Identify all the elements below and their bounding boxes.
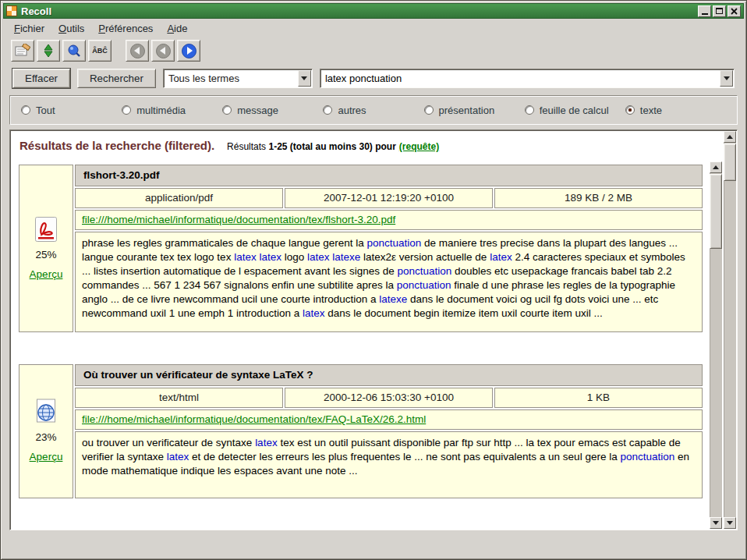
scroll-down-button[interactable] <box>710 517 722 529</box>
filter-label: multimédia <box>136 105 186 116</box>
sort-icon <box>42 44 55 58</box>
html-file-icon <box>34 399 58 425</box>
results-list-scrollbar[interactable] <box>710 161 722 529</box>
scroll-down-button[interactable] <box>724 517 736 529</box>
clear-search-button[interactable] <box>11 40 34 62</box>
filter-label: message <box>237 105 278 116</box>
sort-button[interactable] <box>37 40 60 62</box>
menu-outils[interactable]: Outils <box>52 20 90 37</box>
filter-label: Tout <box>36 105 55 116</box>
search-mode-select[interactable]: Tous les termes <box>163 69 313 88</box>
radio-icon[interactable] <box>625 105 635 115</box>
radio-icon[interactable] <box>21 105 30 115</box>
minimize-icon <box>702 13 708 15</box>
search-row: Effacer Rechercher Tous les termes <box>3 64 744 92</box>
scroll-up-button[interactable] <box>724 131 736 143</box>
filter-label: texte <box>640 105 662 116</box>
previous-page-icon <box>156 44 171 58</box>
filter-panel: Tout multimédia message autres présentat… <box>9 95 738 125</box>
result-title: Où trouver un vérificateur de syntaxe La… <box>75 364 703 386</box>
filter-autres[interactable]: autres <box>323 105 423 116</box>
filter-multimedia[interactable]: multimédia <box>122 105 222 116</box>
radio-icon[interactable] <box>424 105 434 115</box>
scroll-down-icon <box>713 521 719 525</box>
search-tool-button[interactable] <box>62 40 86 62</box>
relevance-percent: 25% <box>35 248 56 262</box>
results-list: Résultats de la recherche (filtered).Rés… <box>11 131 707 529</box>
result-meta-row: application/pdf 2007-12-01 12:19:20 +010… <box>75 188 703 208</box>
result-item-1: 25% Aperçu flshort-3.20.pdf application/… <box>19 165 703 332</box>
radio-icon[interactable] <box>323 105 332 115</box>
results-header: Résultats de la recherche (filtered).Rés… <box>19 139 703 152</box>
search-button[interactable]: Rechercher <box>77 69 156 88</box>
preview-link[interactable]: Aperçu <box>30 450 63 464</box>
query-input[interactable] <box>320 73 719 84</box>
result-meta-row: text/html 2000-12-06 15:03:30 +0100 1 KB <box>75 388 703 408</box>
titlebar: Recoll <box>3 3 744 19</box>
pdf-file-icon <box>34 216 58 243</box>
result-url-link[interactable]: file:///home/michael/informatique/docume… <box>82 214 395 225</box>
result-url-row: file:///home/michael/informatique/docume… <box>75 409 703 430</box>
preview-link[interactable]: Aperçu <box>30 268 63 282</box>
scrollbar-thumb[interactable] <box>710 174 722 249</box>
result-item-2: 23% Aperçu Où trouver un vérificateur de… <box>19 364 703 498</box>
page-scrollbar[interactable] <box>724 131 736 529</box>
clear-button[interactable]: Effacer <box>12 69 70 88</box>
menu-fichier[interactable]: Fichier <box>8 20 51 37</box>
menubar: Fichier Outils Préférences Aide <box>3 19 744 37</box>
results-title: Résultats de la recherche (filtered). <box>19 139 214 152</box>
query-combo[interactable] <box>320 69 735 88</box>
status-bar <box>3 530 744 557</box>
filter-feuille-de-calcul[interactable]: feuille de calcul <box>525 105 625 116</box>
previous-page-button[interactable] <box>151 40 175 62</box>
filter-texte[interactable]: texte <box>625 105 726 116</box>
back-button[interactable] <box>126 40 149 62</box>
next-page-icon <box>182 44 196 58</box>
results-panel: Résultats de la recherche (filtered).Rés… <box>9 129 738 530</box>
dropdown-arrow-icon <box>724 76 730 80</box>
scroll-up-icon <box>727 135 733 139</box>
results-range: 1-25 (total au moins 30) pour <box>268 141 395 152</box>
filter-label: présentation <box>439 105 495 116</box>
recoll-window: Recoll Fichier Outils Préférences Aide <box>0 0 747 560</box>
query-dropdown-button[interactable] <box>720 70 733 87</box>
query-details-link[interactable]: (requête) <box>399 141 439 152</box>
result-main: flshort-3.20.pdf application/pdf 2007-12… <box>75 165 703 332</box>
result-date: 2000-12-06 15:03:30 +0100 <box>285 388 493 408</box>
menu-aide[interactable]: Aide <box>161 20 193 37</box>
result-main: Où trouver un vérificateur de syntaxe La… <box>75 364 703 498</box>
radio-icon[interactable] <box>122 105 131 115</box>
maximize-icon <box>716 8 723 14</box>
filter-tout[interactable]: Tout <box>21 105 122 116</box>
maximize-button[interactable] <box>713 5 726 17</box>
filter-label: feuille de calcul <box>540 105 609 116</box>
search-mode-value: Tous les termes <box>164 73 297 84</box>
relevance-percent: 23% <box>35 431 56 445</box>
close-button[interactable] <box>728 5 741 17</box>
search-icon <box>67 44 81 58</box>
scroll-up-icon <box>713 165 719 169</box>
close-icon <box>731 8 738 15</box>
search-mode-dropdown-button[interactable] <box>298 70 311 87</box>
result-side: 25% Aperçu <box>19 165 73 332</box>
radio-icon[interactable] <box>525 105 534 115</box>
next-page-button[interactable] <box>177 40 200 62</box>
result-title: flshort-3.20.pdf <box>75 165 703 186</box>
scrollbar-thumb[interactable] <box>724 144 736 181</box>
filter-presentation[interactable]: présentation <box>424 105 525 116</box>
result-url-link[interactable]: file:///home/michael/informatique/docume… <box>82 413 426 425</box>
scroll-down-icon <box>727 521 733 525</box>
results-summary-prefix: Résultats <box>227 141 266 152</box>
minimize-button[interactable] <box>698 5 711 17</box>
result-size: 1 KB <box>494 388 703 408</box>
toolbar: ÂBĈ <box>3 37 744 64</box>
filter-message[interactable]: message <box>222 105 323 116</box>
back-icon <box>130 44 145 58</box>
window-title: Recoll <box>21 5 51 17</box>
filter-label: autres <box>338 105 366 116</box>
menu-preferences[interactable]: Préférences <box>92 20 159 37</box>
result-mime: application/pdf <box>75 188 283 208</box>
term-explorer-button[interactable]: ÂBĈ <box>88 40 112 62</box>
radio-icon[interactable] <box>222 105 232 115</box>
scroll-up-button[interactable] <box>710 161 722 173</box>
